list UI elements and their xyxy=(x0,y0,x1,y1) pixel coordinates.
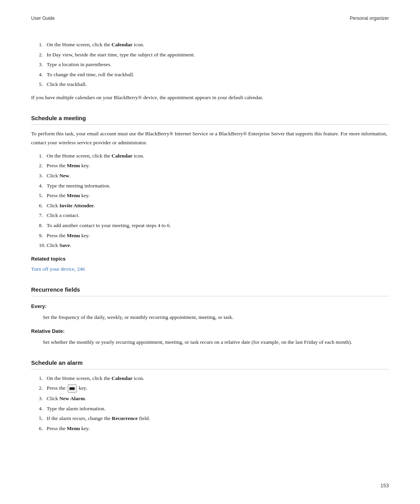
step-text: Press the ■■ key. xyxy=(47,384,389,393)
step-text: Click New Alarm. xyxy=(47,394,389,403)
keyboard-icon: ■■ xyxy=(68,384,77,393)
step-number: 1. xyxy=(31,152,47,160)
step-number: 2. xyxy=(31,51,47,59)
list-item: 6.Click Invite Attendee. xyxy=(31,201,389,210)
recurrence-fields-heading: Recurrence fields xyxy=(31,285,389,296)
step-number: 4. xyxy=(31,404,47,413)
step-text: To add another contact to your meeting, … xyxy=(47,221,389,230)
list-item: 4.To change the end time, roll the track… xyxy=(31,70,389,79)
step-number: 9. xyxy=(31,231,47,240)
recurrence-field-label: Every: xyxy=(31,303,389,311)
list-item: 5.If the alarm recurs, change the Recurr… xyxy=(31,414,389,423)
step-number: 10. xyxy=(31,241,47,250)
recurrence-field-description: Set whether the monthly or yearly recurr… xyxy=(43,338,389,346)
recurrence-field-label: Relative Date: xyxy=(31,327,389,336)
page-number: 153 xyxy=(380,483,389,488)
list-item: 3.Type a location in parentheses. xyxy=(31,60,389,69)
step-text: Click a contact. xyxy=(47,211,389,220)
meeting-description: To perform this task, your email account… xyxy=(31,130,389,147)
schedule-meeting-heading: Schedule a meeting xyxy=(31,114,389,125)
step-number: 4. xyxy=(31,70,47,79)
step-number: 7. xyxy=(31,211,47,220)
page-header: User Guide Personal organizer xyxy=(31,16,389,21)
step-number: 1. xyxy=(31,40,47,49)
step-number: 5. xyxy=(31,414,47,423)
step-number: 6. xyxy=(31,424,47,433)
list-item: 2.Press the Menu key. xyxy=(31,161,389,170)
step-number: 3. xyxy=(31,172,47,180)
related-topics-label: Related topics xyxy=(31,255,389,263)
step-text: On the Home screen, click the Calendar i… xyxy=(47,374,389,383)
schedule-alarm-heading: Schedule an alarm xyxy=(31,358,389,369)
step-number: 5. xyxy=(31,80,47,89)
list-item: 10.Click Save. xyxy=(31,241,389,250)
step-number: 5. xyxy=(31,191,47,200)
page: User Guide Personal organizer 1.On the H… xyxy=(0,0,420,504)
list-item: 3.Click New Alarm. xyxy=(31,394,389,403)
list-item: 1.On the Home screen, click the Calendar… xyxy=(31,374,389,383)
step-text: Type the meeting information. xyxy=(47,182,389,190)
header-left: User Guide xyxy=(31,16,55,21)
step-number: 4. xyxy=(31,182,47,190)
step-number: 6. xyxy=(31,201,47,210)
step-text: Click Save. xyxy=(47,241,389,250)
list-item: 8.To add another contact to your meeting… xyxy=(31,221,389,230)
step-text: Click Invite Attendee. xyxy=(47,201,389,210)
recurrence-fields-list: Every:Set the frequency of the daily, we… xyxy=(31,303,389,346)
schedule-meeting-section: Schedule a meeting To perform this task,… xyxy=(31,114,389,273)
list-item: 1.On the Home screen, click the Calendar… xyxy=(31,152,389,160)
list-item: 6.Press the Menu key. xyxy=(31,424,389,433)
header-right: Personal organizer xyxy=(350,16,389,21)
step-text: To change the end time, roll the trackba… xyxy=(47,70,389,79)
list-item: 4.Type the meeting information. xyxy=(31,182,389,190)
alarm-steps-list: 1.On the Home screen, click the Calendar… xyxy=(31,374,389,433)
page-content: 1.On the Home screen, click the Calendar… xyxy=(31,40,389,432)
list-item: 5.Click the trackball. xyxy=(31,80,389,89)
step-number: 2. xyxy=(31,384,47,393)
step-number: 2. xyxy=(31,161,47,170)
list-item: 2.In Day view, beside the start time, ty… xyxy=(31,51,389,59)
step-number: 8. xyxy=(31,221,47,230)
step-text: Click New. xyxy=(47,172,389,180)
schedule-alarm-section: Schedule an alarm 1.On the Home screen, … xyxy=(31,358,389,433)
list-item: 1.On the Home screen, click the Calendar… xyxy=(31,40,389,49)
step-number: 1. xyxy=(31,374,47,383)
intro-note: If you have multiple calendars on your B… xyxy=(31,93,389,102)
step-text: Click the trackball. xyxy=(47,80,389,89)
step-text: Type a location in parentheses. xyxy=(47,60,389,69)
step-number: 3. xyxy=(31,394,47,403)
step-text: Press the Menu key. xyxy=(47,161,389,170)
recurrence-fields-section: Recurrence fields Every:Set the frequenc… xyxy=(31,285,389,346)
list-item: 5.Press the Menu key. xyxy=(31,191,389,200)
step-text: Press the Menu key. xyxy=(47,424,389,433)
step-text: On the Home screen, click the Calendar i… xyxy=(47,40,389,49)
list-item: 2.Press the ■■ key. xyxy=(31,384,389,393)
step-text: Type the alarm information. xyxy=(47,404,389,413)
list-item: 9.Press the Menu key. xyxy=(31,231,389,240)
step-text: If the alarm recurs, change the Recurren… xyxy=(47,414,389,423)
list-item: 4.Type the alarm information. xyxy=(31,404,389,413)
meeting-steps-list: 1.On the Home screen, click the Calendar… xyxy=(31,152,389,250)
step-text: On the Home screen, click the Calendar i… xyxy=(47,152,389,160)
step-text: Press the Menu key. xyxy=(47,191,389,200)
step-text: In Day view, beside the start time, type… xyxy=(47,51,389,59)
recurrence-field-description: Set the frequency of the daily, weekly, … xyxy=(43,313,389,322)
step-text: Press the Menu key. xyxy=(47,231,389,240)
list-item: 7.Click a contact. xyxy=(31,211,389,220)
list-item: 3.Click New. xyxy=(31,172,389,180)
step-number: 3. xyxy=(31,60,47,69)
related-link[interactable]: Turn off your device, 246 xyxy=(31,266,85,272)
intro-steps-list: 1.On the Home screen, click the Calendar… xyxy=(31,40,389,89)
